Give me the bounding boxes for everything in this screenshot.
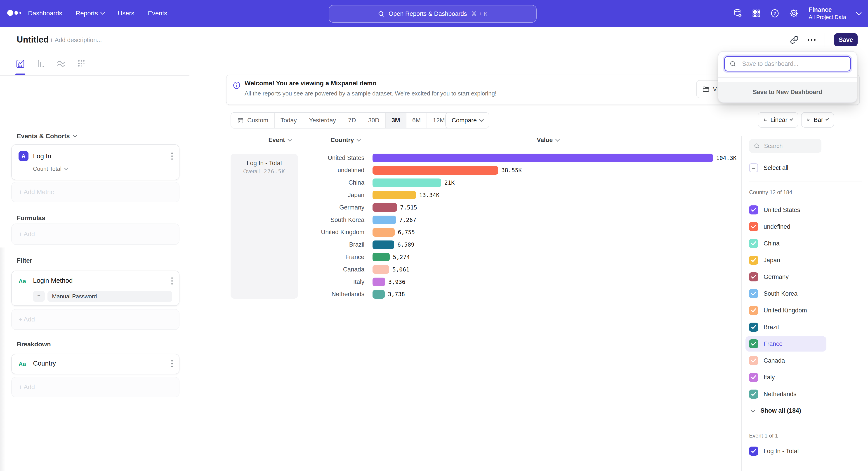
country-checkbox[interactable] [749, 323, 758, 332]
metric-options-icon[interactable] [171, 152, 173, 160]
country-filter-row-china[interactable]: China [745, 236, 827, 251]
header-actions: Save [790, 27, 858, 53]
metric-name[interactable]: Log In [33, 152, 51, 160]
country-filter-row-south-korea[interactable]: South Korea [745, 286, 827, 301]
add-formula-button[interactable]: + Add [11, 224, 180, 245]
divider [749, 425, 862, 425]
data-management-icon[interactable] [733, 8, 743, 18]
add-metric-button[interactable]: + Add Metric [11, 182, 180, 202]
tab-retention[interactable] [76, 59, 86, 69]
country-checkbox[interactable] [749, 256, 758, 265]
range-today[interactable]: Today [274, 113, 303, 128]
nav-item-users[interactable]: Users [118, 10, 134, 17]
filter-property-name[interactable]: Login Method [33, 277, 73, 284]
breakdown-section-title: Breakdown [17, 341, 51, 348]
column-header-country[interactable]: Country [331, 137, 360, 144]
panel-search-input[interactable]: Search [749, 139, 822, 153]
bar[interactable] [373, 265, 389, 274]
country-checkbox[interactable] [749, 389, 758, 399]
nav-item-reports[interactable]: Reports [76, 10, 104, 17]
country-filter-row-brazil[interactable]: Brazil [745, 319, 827, 335]
bar-row: Germany 7,515 [298, 201, 741, 214]
country-checkbox[interactable] [749, 289, 758, 298]
global-search[interactable]: Open Reports & Dashboards ⌘ + K [329, 5, 537, 23]
select-all-row[interactable]: – Select all [749, 163, 788, 172]
breakdown-card-country[interactable]: Aa Country [11, 354, 180, 374]
save-to-new-dashboard-button[interactable]: Save to New Dashboard [718, 82, 857, 102]
country-filter-row-italy[interactable]: Italy [745, 370, 827, 385]
nav-item-dashboards[interactable]: Dashboards [28, 10, 62, 17]
select-all-checkbox[interactable]: – [749, 163, 758, 172]
country-filter-row-netherlands[interactable]: Netherlands [745, 386, 827, 402]
filter-options-icon[interactable] [171, 277, 173, 285]
event-filter-row[interactable]: Log In - Total [745, 443, 827, 459]
country-checkbox[interactable] [749, 272, 758, 282]
nav-item-events[interactable]: Events [148, 10, 167, 17]
bar[interactable] [373, 253, 390, 261]
country-checkbox[interactable] [749, 239, 758, 248]
country-checkbox[interactable] [749, 306, 758, 315]
copy-link-icon[interactable] [790, 35, 799, 44]
range-yesterday[interactable]: Yesterday [303, 113, 342, 128]
add-breakdown-button[interactable]: + Add [11, 377, 180, 397]
tab-insights[interactable] [16, 59, 25, 69]
bar[interactable] [373, 166, 498, 175]
divider [749, 181, 862, 181]
add-description-field[interactable]: + Add description... [50, 37, 102, 44]
country-checkbox[interactable] [749, 356, 758, 365]
country-checkbox[interactable] [749, 222, 758, 231]
events-section-title[interactable]: Events & Cohorts [17, 133, 76, 140]
add-filter-button[interactable]: + Add [11, 309, 180, 330]
country-checkbox[interactable] [749, 339, 758, 348]
bar[interactable] [373, 277, 385, 286]
bar[interactable] [373, 154, 713, 162]
range-3m[interactable]: 3M [385, 113, 406, 128]
settings-gear-icon[interactable] [789, 8, 799, 18]
filter-value[interactable]: Manual Password [48, 291, 172, 302]
more-options-icon[interactable] [808, 39, 815, 41]
mixpanel-logo-icon[interactable] [7, 10, 21, 16]
breakdown-property-name[interactable]: Country [33, 360, 56, 367]
country-filter-row-undefined[interactable]: undefined [745, 219, 827, 234]
report-title[interactable]: Untitled [17, 35, 49, 45]
bar[interactable] [373, 290, 385, 299]
column-header-event[interactable]: Event [268, 137, 291, 144]
compare-button[interactable]: Compare [445, 112, 489, 128]
save-button[interactable]: Save [834, 33, 858, 47]
country-filter-row-united-states[interactable]: United States [745, 202, 827, 217]
range-6m[interactable]: 6M [406, 113, 427, 128]
project-selector[interactable]: Finance All Project Data [809, 6, 846, 21]
range-7d[interactable]: 7D [342, 113, 362, 128]
range-custom[interactable]: Custom [231, 113, 274, 128]
bar[interactable] [373, 215, 396, 224]
bar[interactable] [373, 228, 395, 237]
tab-funnels[interactable] [36, 59, 46, 69]
range-30d[interactable]: 30D [362, 113, 385, 128]
filter-operator[interactable]: = [33, 291, 45, 302]
event-checkbox[interactable] [749, 447, 758, 455]
country-filter-row-united-kingdom[interactable]: United Kingdom [745, 303, 827, 318]
country-checkbox[interactable] [749, 205, 758, 214]
country-filter-row-germany[interactable]: Germany [745, 269, 827, 285]
filter-card-login-method[interactable]: Aa Login Method = Manual Password [11, 271, 180, 306]
apps-grid-icon[interactable] [752, 9, 761, 18]
metric-aggregation[interactable]: Count Total [33, 166, 68, 172]
scale-selector[interactable]: Linear [758, 112, 798, 127]
tab-flows[interactable] [56, 59, 66, 69]
country-filter-row-japan[interactable]: Japan [745, 253, 827, 268]
chevron-down-icon[interactable] [856, 10, 862, 15]
chart-type-selector[interactable]: Bar [801, 112, 834, 127]
column-header-value[interactable]: Value [537, 137, 559, 144]
country-filter-row-canada[interactable]: Canada [745, 353, 827, 368]
country-filter-row-france[interactable]: France [745, 336, 827, 352]
metric-card-log-in[interactable]: A Log In Count Total [11, 144, 180, 180]
country-checkbox[interactable] [749, 373, 758, 382]
breakdown-options-icon[interactable] [171, 360, 173, 367]
show-all-button[interactable]: Show all (184) [751, 407, 801, 414]
bar[interactable] [373, 240, 394, 249]
help-icon[interactable]: ? [770, 8, 780, 18]
bar[interactable] [373, 191, 416, 199]
bar[interactable] [373, 203, 397, 212]
bar[interactable] [373, 178, 441, 187]
dashboard-search-input[interactable]: Save to dashboard... [724, 56, 851, 71]
